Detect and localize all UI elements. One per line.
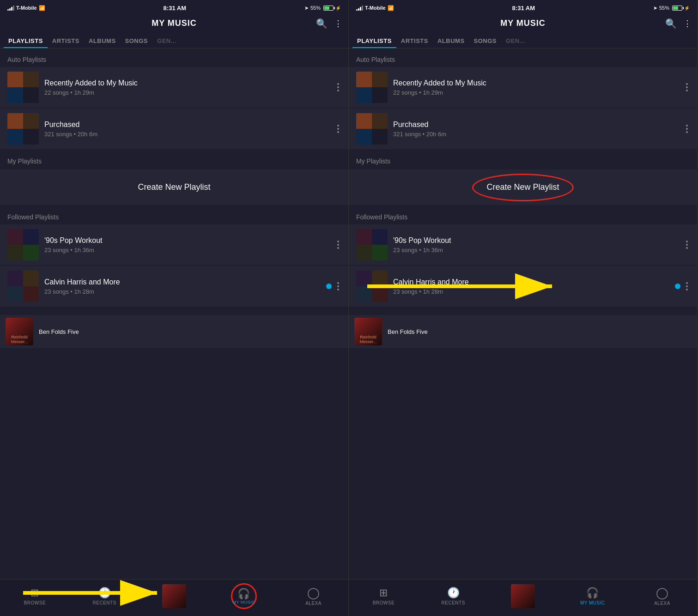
playlist-info: '90s Pop Workout 23 songs • 1h 36m (39, 236, 335, 254)
my-music-circle: 🎧 MY MUSIC (231, 583, 257, 609)
playlist-info: Recently Added to My Music 22 songs • 1h… (388, 79, 684, 96)
tab-albums-left[interactable]: ALBUMS (84, 33, 121, 48)
location-icon: ➤ (304, 5, 309, 11)
more-dots-btn[interactable] (684, 239, 690, 251)
battery-percent: 55% (310, 5, 321, 11)
tab-artists-right[interactable]: ARTISTS (396, 33, 433, 48)
more-dots-btn[interactable] (684, 123, 690, 135)
playlist-name: Calvin Harris and More (393, 278, 669, 286)
bottom-nav-recents-left[interactable]: 🕐 RECENTS (70, 587, 140, 605)
search-icon[interactable]: 🔍 (316, 18, 328, 29)
nav-tabs-left: PLAYLISTS ARTISTS ALBUMS SONGS GEN... (0, 33, 348, 48)
list-item[interactable]: Purchased 321 songs • 20h 6m (349, 109, 697, 149)
status-right: ➤ 55% ⚡ (304, 5, 341, 11)
status-right-r: ➤ 55% ⚡ (653, 5, 690, 11)
recents-icon-r: 🕐 (447, 587, 460, 599)
time-label-r: 8:31 AM (512, 5, 535, 12)
right-panel: T-Mobile 📶 8:31 AM ➤ 55% ⚡ MY MUSIC 🔍 ⋮ (349, 0, 698, 616)
create-playlist-btn-left[interactable]: Create New Playlist (0, 169, 348, 205)
recents-label: RECENTS (93, 600, 116, 605)
more-icon[interactable]: ⋮ (334, 18, 343, 29)
list-item[interactable]: Calvin Harris and More 23 songs • 1h 28m (0, 266, 348, 307)
playlist-name: '90s Pop Workout (393, 236, 679, 245)
my-playlists-header-right: My Playlists (349, 150, 697, 169)
more-icon-r[interactable]: ⋮ (683, 18, 692, 29)
mymusic-icon: 🎧 (237, 588, 250, 600)
header-icons-right: 🔍 ⋮ (665, 18, 692, 29)
now-playing-mini-art (162, 584, 186, 608)
playlist-art (356, 229, 388, 260)
tab-genre-left[interactable]: GEN... (152, 33, 181, 48)
playlist-info: Purchased 321 songs • 20h 6m (388, 121, 684, 138)
tab-playlists-right[interactable]: PLAYLISTS (352, 33, 396, 48)
playlist-name: Purchased (393, 121, 679, 129)
create-playlist-btn-right[interactable]: Create New Playlist (349, 169, 697, 205)
playlist-info: Purchased 321 songs • 20h 6m (39, 121, 335, 138)
battery-icon (323, 6, 334, 11)
more-dots-btn[interactable] (684, 81, 690, 93)
more-dots-btn[interactable] (335, 81, 341, 93)
bottom-nav-browse-left[interactable]: ⊞ BROWSE (0, 587, 70, 605)
alexa-icon: ◯ (307, 586, 320, 599)
signal-icon (7, 5, 14, 11)
list-item[interactable]: Recently Added to My Music 22 songs • 1h… (349, 67, 697, 108)
bottom-nav-alexa-right[interactable]: ◯ ALEXA (627, 586, 697, 606)
playlist-meta: 22 songs • 1h 29m (393, 89, 679, 96)
playlist-name: Recently Added to My Music (393, 79, 679, 87)
create-playlist-label-left: Create New Playlist (138, 182, 210, 192)
list-item[interactable]: Calvin Harris and More 23 songs • 1h 28m (349, 266, 697, 307)
header-icons-left: 🔍 ⋮ (316, 18, 343, 29)
my-playlists-header-left: My Playlists (0, 150, 348, 169)
list-item[interactable]: '90s Pop Workout 23 songs • 1h 36m (349, 224, 697, 265)
now-playing-mini-art-r (511, 584, 535, 608)
tab-songs-left[interactable]: SONGS (121, 33, 152, 48)
app-title-left: MY MUSIC (152, 18, 197, 28)
status-left-r: T-Mobile 📶 (356, 5, 394, 11)
blue-dot-indicator (326, 284, 332, 289)
playlist-name: Recently Added to My Music (44, 79, 330, 87)
blue-dot-indicator (675, 284, 680, 289)
list-item[interactable]: Recently Added to My Music 22 songs • 1h… (0, 67, 348, 108)
playlist-name: Calvin Harris and More (44, 278, 321, 286)
list-item[interactable]: Purchased 321 songs • 20h 6m (0, 109, 348, 149)
content-left: Auto Playlists Recently Added to My Musi… (0, 48, 348, 579)
bottom-nav-mymusic-left[interactable]: 🎧 MY MUSIC (209, 583, 279, 609)
playlist-meta: 23 songs • 1h 28m (393, 288, 669, 295)
list-item[interactable]: '90s Pop Workout 23 songs • 1h 36m (0, 224, 348, 265)
bottom-nav-alexa-left[interactable]: ◯ ALEXA (279, 586, 348, 606)
more-dots-btn[interactable] (335, 280, 341, 292)
tab-artists-left[interactable]: ARTISTS (48, 33, 84, 48)
charge-icon: ⚡ (335, 6, 341, 11)
playlist-art (356, 271, 388, 302)
bottom-nav-nowplaying-right[interactable] (488, 584, 558, 608)
battery-percent-r: 55% (659, 5, 669, 11)
nav-tabs-right: PLAYLISTS ARTISTS ALBUMS SONGS GEN... (349, 33, 697, 48)
tab-albums-right[interactable]: ALBUMS (433, 33, 469, 48)
playlist-name: '90s Pop Workout (44, 236, 330, 245)
playlist-meta: 321 songs • 20h 6m (44, 131, 330, 138)
status-bar-right: T-Mobile 📶 8:31 AM ➤ 55% ⚡ (349, 0, 697, 15)
now-playing-thumb-r: Reinhold Messer... (354, 318, 382, 345)
bottom-nav-recents-right[interactable]: 🕐 RECENTS (419, 587, 488, 605)
playlist-meta: 23 songs • 1h 36m (393, 247, 679, 254)
playlist-art (356, 113, 388, 145)
charge-icon-r: ⚡ (684, 6, 690, 11)
more-dots-btn[interactable] (335, 239, 341, 251)
bottom-nav-nowplaying-left[interactable] (140, 584, 209, 608)
more-dots-btn[interactable] (684, 280, 690, 292)
tab-playlists-left[interactable]: PLAYLISTS (4, 33, 48, 48)
auto-playlists-header-right: Auto Playlists (349, 48, 697, 67)
tab-genre-right[interactable]: GEN... (501, 33, 530, 48)
playlist-art (7, 113, 39, 145)
tab-songs-right[interactable]: SONGS (469, 33, 501, 48)
search-icon-r[interactable]: 🔍 (665, 18, 677, 29)
playlist-art (7, 271, 39, 302)
playlist-info: '90s Pop Workout 23 songs • 1h 36m (388, 236, 684, 254)
carrier-label-r: T-Mobile (365, 5, 386, 11)
browse-icon: ⊞ (30, 587, 39, 599)
bottom-nav-mymusic-right[interactable]: 🎧 MY MUSIC (558, 587, 627, 605)
content-right: Auto Playlists Recently Added to My Musi… (349, 48, 697, 579)
bottom-nav-browse-right[interactable]: ⊞ BROWSE (349, 587, 419, 605)
carrier-label: T-Mobile (16, 5, 37, 11)
more-dots-btn[interactable] (335, 123, 341, 135)
